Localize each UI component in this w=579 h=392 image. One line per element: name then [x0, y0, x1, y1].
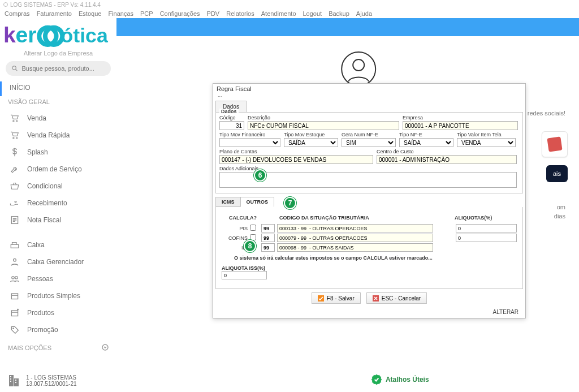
in-codigo — [219, 121, 244, 130]
nav-pessoas[interactable]: Pessoas — [0, 270, 116, 287]
aliq-pis[interactable] — [456, 224, 517, 232]
svg-rect-25 — [15, 380, 16, 381]
blue-banner — [116, 18, 579, 36]
svg-text:k: k — [3, 23, 16, 47]
mais-opcoes-label: MAIS OPÇÕES — [8, 344, 51, 351]
lbl-tipo-nfe: Tipo NF-E — [399, 132, 453, 137]
bg-line1: redes sociais! — [528, 109, 565, 119]
fieldset-title: Dados — [219, 109, 239, 114]
hand-dollar-icon — [9, 199, 20, 208]
in-plano-contas[interactable] — [219, 155, 373, 164]
svg-rect-12 — [11, 244, 19, 248]
menu-estoque[interactable]: Estoque — [79, 10, 101, 17]
chk-pis[interactable] — [250, 225, 256, 231]
btn-cancelar-label: ESC - Cancelar — [382, 295, 421, 301]
cst-pis-code[interactable] — [261, 224, 275, 232]
cst-pis-desc[interactable] — [277, 224, 433, 232]
in-centro-custo[interactable] — [377, 155, 517, 164]
nav-produtos-simples[interactable]: Produtos Simples — [0, 287, 116, 304]
svg-rect-17 — [11, 311, 18, 316]
nav-promocao[interactable]: Promoção — [0, 321, 116, 338]
nav-caixa[interactable]: Caixa — [0, 236, 116, 253]
search-input[interactable] — [21, 65, 105, 72]
lbl-tipo-mov-fin: Tipo Mov Financeiro — [219, 132, 280, 137]
callout-7: 7 — [284, 197, 296, 209]
lbl-tipo-mov-est: Tipo Mov Estoque — [284, 132, 338, 137]
nav-splash[interactable]: Splash — [0, 144, 116, 161]
svg-rect-16 — [11, 294, 18, 299]
mais-opcoes[interactable]: MAIS OPÇÕES — [0, 341, 116, 355]
menu-faturamento[interactable]: Faturamento — [37, 10, 72, 17]
panel-outros: CALCULA? CODIGO DA SITUAÇÃO TRIBUTÁRIA A… — [215, 207, 523, 289]
sel-tipo-valor-item[interactable]: VENDA — [457, 138, 516, 147]
person-icon — [9, 257, 20, 266]
menu-backup[interactable]: Backup — [329, 10, 349, 17]
cst-cofins-desc[interactable] — [277, 234, 433, 242]
nav-inicio[interactable]: INÍCIO — [0, 81, 116, 96]
tab-outros[interactable]: OUTROS — [240, 197, 275, 207]
menu-financas[interactable]: Finanças — [108, 10, 133, 17]
modal-footer-mode: ALTERAR — [213, 307, 525, 318]
receipt-icon — [9, 216, 20, 225]
in-empresa[interactable] — [403, 121, 518, 130]
sel-tipo-mov-fin[interactable] — [219, 138, 280, 147]
sel-gera-nfe[interactable]: SIM — [342, 138, 396, 147]
modal-title: Regra Fiscal — [213, 84, 525, 92]
nav-caixa-gerenciador[interactable]: Caixa Gerenciador — [0, 253, 116, 270]
in-aliq-iss[interactable] — [222, 271, 267, 279]
btn-cancelar[interactable]: ESC - Cancelar — [366, 292, 427, 304]
menu-relatorios[interactable]: Relatorios — [226, 10, 254, 17]
aliq-cofins[interactable] — [456, 234, 517, 242]
sel-tipo-mov-est[interactable]: SAÍDA — [284, 138, 338, 147]
atalhos-uteis[interactable]: Atalhos Úteis — [371, 374, 429, 385]
svg-point-15 — [15, 277, 18, 279]
nav-label: Venda Rápida — [27, 131, 70, 139]
svg-text:ótica: ótica — [61, 24, 109, 47]
lbl-empresa: Empresa — [403, 115, 518, 120]
nav-ordem-servico[interactable]: Ordem de Serviço — [0, 161, 116, 178]
sel-tipo-nfe[interactable]: SAÍDA — [399, 138, 453, 147]
in-descricao[interactable] — [248, 121, 399, 130]
menu-logout[interactable]: Logout — [303, 10, 322, 17]
btn-salvar[interactable]: F8 - Salvar — [312, 292, 361, 304]
cst-ipi-code[interactable] — [261, 243, 275, 252]
nav-produtos[interactable]: Produtos — [0, 304, 116, 321]
svg-point-7 — [13, 120, 14, 122]
alter-logo-link[interactable]: Alterar Logo da Empresa — [0, 50, 116, 57]
nav-venda[interactable]: Venda — [0, 110, 116, 127]
nav-nota-fiscal[interactable]: Nota Fiscal — [0, 212, 116, 229]
nav-condicional[interactable]: Condicional — [0, 178, 116, 195]
cst-ipi-desc[interactable] — [277, 243, 433, 252]
nav-label: Recebimento — [27, 199, 67, 207]
nav-group-2: Caixa Caixa Gerenciador Pessoas Produtos… — [0, 234, 116, 341]
lbl-tipo-valor-item: Tipo Valor Item Tela — [457, 132, 516, 137]
nav-label: Caixa Gerenciador — [27, 258, 84, 266]
nav-label: Splash — [27, 148, 48, 156]
box-plus-icon — [9, 308, 20, 317]
menu-configuracoes[interactable]: Configurações — [160, 10, 200, 17]
chevron-down-icon — [102, 344, 109, 352]
lbl-gera-nfe: Gera Num NF-E — [342, 132, 396, 137]
nav-recebimento[interactable]: Recebimento — [0, 195, 116, 212]
svg-point-18 — [13, 328, 14, 329]
building-icon — [8, 374, 20, 387]
menu-atendimento[interactable]: Atendimento — [261, 10, 296, 17]
menu-compras[interactable]: Compras — [5, 10, 30, 17]
menu-pdv[interactable]: PDV — [207, 10, 220, 17]
modal-regra-fiscal: Regra Fiscal ... Dados Dados Código Desc… — [213, 83, 526, 318]
tab-icms[interactable]: ICMS — [215, 197, 240, 207]
svg-point-9 — [13, 137, 14, 139]
nav-label: Caixa — [27, 241, 45, 249]
bg-dark-button[interactable]: ais — [546, 165, 568, 182]
menu-pcp[interactable]: PCP — [140, 10, 153, 17]
search-input-wrap[interactable] — [6, 61, 111, 76]
basket-icon — [9, 182, 20, 191]
nav-venda-rapida[interactable]: Venda Rápida — [0, 127, 116, 144]
menu-ajuda[interactable]: Ajuda — [356, 10, 372, 17]
aliq-iss-block: ALIQUOTA ISS(%) — [222, 265, 517, 279]
nav-label: Pessoas — [27, 275, 53, 283]
svg-rect-26 — [15, 382, 16, 383]
cst-cofins-code[interactable] — [261, 234, 275, 242]
lbl-plano-contas: Plano de Contas — [219, 149, 373, 154]
people-icon — [9, 274, 20, 283]
